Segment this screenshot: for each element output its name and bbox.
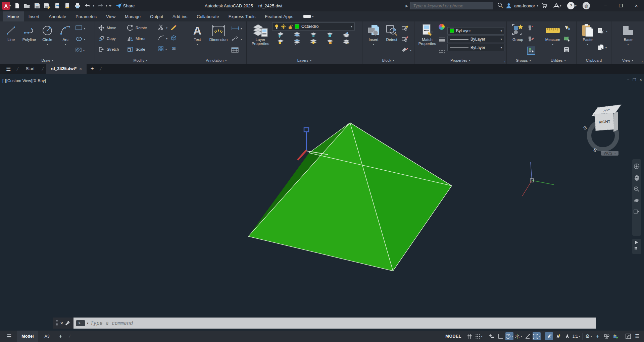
annotation-scale-button[interactable] <box>563 332 571 340</box>
array-button[interactable] <box>158 46 164 53</box>
panel-title-utilities[interactable]: Utilities▾ <box>540 57 576 64</box>
polyline-button[interactable]: Polyline <box>20 22 38 57</box>
layer-freeze-tool-icon[interactable] <box>310 32 317 38</box>
doc-minimize-button[interactable]: − <box>627 77 629 82</box>
group-button[interactable]: Group <box>509 22 527 57</box>
hatch-button[interactable] <box>75 47 82 54</box>
rectangle-button[interactable] <box>75 25 83 32</box>
layer-thaw-icon[interactable] <box>281 24 286 29</box>
edit-block-button[interactable] <box>401 36 409 43</box>
dialog-launcher-icon[interactable]: ⌟ <box>641 59 643 63</box>
doc-restore-button[interactable]: ❐ <box>633 77 636 82</box>
chevron-down-icon[interactable]: ▾ <box>410 49 411 52</box>
annotation-monitor-button[interactable]: + <box>594 332 602 340</box>
ortho-toggle[interactable] <box>496 332 504 340</box>
isometric-drafting-toggle[interactable]: ▾ <box>514 332 523 340</box>
chevron-down-icon[interactable]: ▾ <box>166 37 167 40</box>
leader-button[interactable] <box>231 37 239 43</box>
tab-view[interactable]: View <box>101 11 120 21</box>
feedback-button[interactable]: ◍ <box>583 2 590 9</box>
group-selection-toggle[interactable] <box>528 47 535 54</box>
pan-hand-icon[interactable] <box>634 175 640 181</box>
tab-featured-apps[interactable]: Featured Apps <box>260 11 298 21</box>
table-button[interactable] <box>231 47 239 54</box>
select-similar-button[interactable] <box>564 36 571 43</box>
plot-button[interactable] <box>73 2 82 10</box>
layer-on-icon[interactable] <box>275 24 279 29</box>
paste-button[interactable]: Paste ▾ <box>579 22 597 57</box>
panel-title-draw[interactable]: Draw▾ <box>0 57 95 64</box>
layer-color-swatch[interactable] <box>295 24 299 29</box>
ellipse-button[interactable] <box>75 36 83 43</box>
chevron-down-icon[interactable]: ▾ <box>500 29 502 33</box>
line-button[interactable]: Line <box>2 22 20 57</box>
chevron-down-icon[interactable]: ▾ <box>351 25 352 28</box>
restore-button[interactable]: ❐ <box>613 0 629 11</box>
linetype-combo[interactable]: ByLayer ▾ <box>447 44 504 51</box>
dialog-launcher-icon[interactable]: ⌟ <box>504 59 505 63</box>
object-snap-tracking-toggle[interactable] <box>524 332 532 340</box>
account-button[interactable]: ana-leonor ▾ <box>506 3 538 9</box>
layer-lock-tool-icon[interactable] <box>326 32 334 38</box>
layer-match-tool-icon[interactable] <box>343 32 350 38</box>
viewport-view-control[interactable]: [Custom View] <box>6 78 32 83</box>
command-input-area[interactable]: >_ ▾ <box>73 318 596 329</box>
chevron-down-icon[interactable]: ▾ <box>500 38 502 41</box>
grid-toggle[interactable] <box>466 332 474 340</box>
base-button[interactable]: Base ▾ <box>619 22 637 57</box>
layer-unlock-icon[interactable] <box>288 24 293 29</box>
panel-title-clipboard[interactable]: Clipboard <box>577 57 611 64</box>
quick-select-button[interactable] <box>564 25 571 32</box>
panel-title-modify[interactable]: Modify▾ <box>95 57 186 64</box>
panel-title-annotation[interactable]: Annotation▾ <box>186 57 246 64</box>
chevron-down-icon[interactable]: ▾ <box>166 26 167 30</box>
file-tabs-menu-button[interactable]: ☰ <box>3 66 14 72</box>
layer-make-current-icon[interactable] <box>277 39 284 45</box>
new-layout-button[interactable]: + <box>56 333 65 339</box>
panel-title-groups[interactable]: Groups▾ <box>507 57 540 64</box>
layer-properties-button[interactable]: Layer Properties <box>249 22 272 57</box>
dimension-button[interactable]: Dimension <box>206 22 231 57</box>
close-button[interactable]: × <box>629 0 644 11</box>
tab-home[interactable]: Home <box>3 11 24 21</box>
ungroup-button[interactable] <box>528 25 534 32</box>
account-dropdown[interactable]: ▾ <box>537 4 538 7</box>
tab-express-tools[interactable]: Express Tools <box>224 11 260 21</box>
trim-button[interactable] <box>158 24 165 32</box>
chevron-down-icon[interactable]: ▾ <box>84 38 85 41</box>
arc-button[interactable]: Arc ▾ <box>56 22 75 57</box>
layer-unlock-tool-icon[interactable] <box>326 39 334 45</box>
panel-title-layers[interactable]: Layers▾ <box>247 57 362 64</box>
layer-states-icon[interactable] <box>310 39 317 45</box>
chevron-down-icon[interactable]: ▾ <box>481 335 482 338</box>
snap-toggle[interactable]: ▾ <box>475 332 483 340</box>
annotation-autoscale-toggle[interactable] <box>554 332 562 340</box>
chevron-down-icon[interactable]: ▾ <box>579 335 580 338</box>
tab-insert[interactable]: Insert <box>24 11 44 21</box>
command-close-button[interactable]: × <box>60 320 63 326</box>
layer-off-tool-icon[interactable] <box>277 32 284 38</box>
erase-button[interactable] <box>170 24 179 32</box>
chevron-down-icon[interactable]: ▾ <box>500 46 502 49</box>
dim-linear-button[interactable] <box>231 25 239 32</box>
rotate-button[interactable]: Rotate <box>127 25 158 31</box>
tab-start[interactable]: Start <box>21 64 39 74</box>
panel-title-properties[interactable]: Properties▾⌟ <box>414 57 506 64</box>
group-edit-button[interactable] <box>528 36 534 43</box>
stretch-button[interactable]: Stretch <box>98 47 127 52</box>
tab-manage[interactable]: Manage <box>120 11 145 21</box>
chevron-down-icon[interactable]: ▾ <box>241 27 242 30</box>
viewcube[interactable]: S E TOP RIGHT WCS ▾ <box>582 100 632 157</box>
polar-tracking-toggle[interactable]: ▾ <box>505 332 513 340</box>
save-as-button[interactable] <box>43 2 51 10</box>
scale-button[interactable]: Scale <box>127 47 158 52</box>
undo-dropdown[interactable]: ▾ <box>93 4 95 7</box>
help-button[interactable]: ?▾ <box>567 2 577 9</box>
customization-button[interactable]: ☰ <box>633 332 641 340</box>
viewcube-south-label[interactable]: S <box>582 125 588 131</box>
quick-calculator-button[interactable] <box>564 47 569 54</box>
show-motion-icon[interactable] <box>634 209 640 214</box>
chevron-down-icon[interactable]: ▾ <box>83 49 85 52</box>
customize-wrench-icon[interactable] <box>65 321 70 326</box>
attributes-button[interactable] <box>401 47 409 54</box>
